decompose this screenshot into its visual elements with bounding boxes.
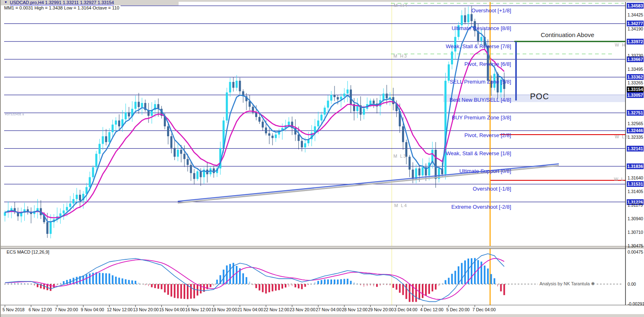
price-badge-4: 1.33362 <box>627 74 644 80</box>
murrey-level-label-9: Ultimate Support [0/8] <box>459 168 511 174</box>
axis-tick-5: 1.32565 <box>628 121 643 126</box>
murrey-level-label-11: Extreme Overshoot [-2/8] <box>451 204 511 210</box>
time-label-12: 27 Nov 04:00 <box>316 307 341 312</box>
time-label-8: 19 Nov 20:00 <box>212 307 237 312</box>
murrey-level-label-7: Pivot, Reverse [2/8] <box>465 132 511 138</box>
murrey-level-label-2: Weak, Stall & Reverse [7/8] <box>446 43 511 49</box>
axis-tick-8: 1.31405 <box>628 189 643 194</box>
time-label-2: 7 Nov 20:00 <box>55 307 78 312</box>
murrey-level-label-1: Ultimate Resistance [8/8] <box>451 25 511 31</box>
trade-order-note: #37122431 s <box>5 112 24 116</box>
pivot-grey-label-5: W L3 <box>615 134 629 139</box>
chart-canvas <box>1 0 644 317</box>
price-badge-10: 1.31531 <box>627 181 644 187</box>
chart-background <box>1 2 625 317</box>
time-label-18: 7 Dec 04:00 <box>472 307 496 312</box>
axis-tick-10: 1.30940 <box>628 216 643 221</box>
axis-tick-11: 1.30710 <box>628 230 643 235</box>
pane-separator <box>1 246 644 249</box>
time-label-13: 28 Nov 12:00 <box>342 307 367 312</box>
window-bottom-border <box>1 314 644 317</box>
axis-tick-3: 1.33495 <box>628 67 643 72</box>
time-label-5: 13 Nov 20:00 <box>133 307 158 312</box>
axis-tick-1: 1.34190 <box>628 26 643 31</box>
time-label-3: 9 Nov 04:00 <box>81 307 104 312</box>
murrey-level-label-10: Overshoot [-1/8] <box>473 186 511 192</box>
axis-tick-0: 1.34425 <box>628 12 643 17</box>
price-badge-1: 1.34277 <box>627 21 644 26</box>
murrey-level-label-6: BUY Premium Zone [3/8] <box>452 114 511 121</box>
time-label-11: 23 Nov 20:00 <box>290 307 315 312</box>
price-badge-0: 1.34583 <box>627 3 644 9</box>
pivot-grey-label-6: W L <box>614 177 625 182</box>
axis-tick-7: 1.31640 <box>628 175 643 180</box>
axis-tick-9: 1.31175 <box>628 203 643 207</box>
time-label-15: 3 Dec 04:00 <box>394 307 418 312</box>
analysis-watermark: Analysis by NK Tarantula ❋ <box>538 281 596 287</box>
time-label-1: 6 Nov 12:00 <box>28 307 52 312</box>
time-label-0: 5 Nov 2018 <box>2 307 25 312</box>
time-label-17: 5 Dec 20:00 <box>446 307 470 312</box>
price-badge-9: 1.31836 <box>627 163 644 169</box>
chart-window: ▼ USDCAD.pro,H4 1.32991 1.33211 1.32927 … <box>0 0 644 317</box>
murrey-info-line: MM1 = 0.0031 High = 1.3438 Low = 1.3164 … <box>4 5 121 11</box>
time-label-9: 21 Nov 04:00 <box>237 307 263 312</box>
time-label-16: 4 Dec 12:00 <box>420 307 444 312</box>
price-badge-2: 1.33972 <box>627 39 644 44</box>
current-price-badge: 1.33154 <box>627 86 644 92</box>
macd-axis-value-1: 0.00 <box>628 282 636 287</box>
macd-axis-value-0: 0.00475 <box>628 249 643 254</box>
pivot-grey-label-0: M H4 <box>394 3 408 8</box>
axis-tick-2: 1.33730 <box>628 53 643 58</box>
time-label-6: 15 Nov 04:00 <box>159 307 185 312</box>
axis-tick-12: 1.30475 <box>628 243 643 248</box>
murrey-level-label-3: Pivot, Reverse [6/8] <box>465 61 511 67</box>
chart-title[interactable]: USDCAD.pro,H4 1.32991 1.33211 1.32927 1.… <box>10 0 114 5</box>
time-label-14: 29 Nov 20:00 <box>368 307 393 312</box>
continuation-above-label: Continuation Above <box>541 31 594 38</box>
price-badge-6: 1.32751 <box>627 110 644 116</box>
time-label-10: 22 Nov 12:00 <box>263 307 289 312</box>
pivot-grey-label-3: M L4 <box>394 203 407 208</box>
time-label-7: 16 Nov 12:00 <box>185 307 211 312</box>
axis-tick-4: 1.33265 <box>628 80 643 85</box>
murrey-level-label-4: SELL Premium Zone [5/8] <box>450 79 511 85</box>
macd-indicator-title: ECS MACD [12,26,9] <box>7 249 49 254</box>
price-badge-5: 1.33057 <box>627 92 644 98</box>
pivot-grey-label-4: W H <box>615 42 626 47</box>
poc-label: POC <box>530 92 549 101</box>
pivot-grey-label-1: M H3 <box>393 54 407 58</box>
macd-axis-value-2: -0.002911 <box>628 301 644 306</box>
price-badge-7: 1.32446 <box>627 128 644 133</box>
axis-tick-6: 1.32335 <box>628 135 643 140</box>
price-badge-8: 1.32141 <box>627 146 644 152</box>
time-label-4: 12 Nov 12:00 <box>107 307 133 312</box>
murrey-level-label-8: Weak, Stall & Reverse [1/8] <box>446 150 511 156</box>
murrey-level-label-5: Best New BUY/SELL [4/8] <box>449 97 511 103</box>
chart-title-bar: ▼ USDCAD.pro,H4 1.32991 1.33211 1.32927 … <box>1 0 179 5</box>
murrey-level-label-0: Overshoot [+1/8] <box>472 7 511 14</box>
chart-dropdown-icon[interactable]: ▼ <box>4 0 7 4</box>
pivot-grey-label-2: M L3 <box>393 154 407 158</box>
